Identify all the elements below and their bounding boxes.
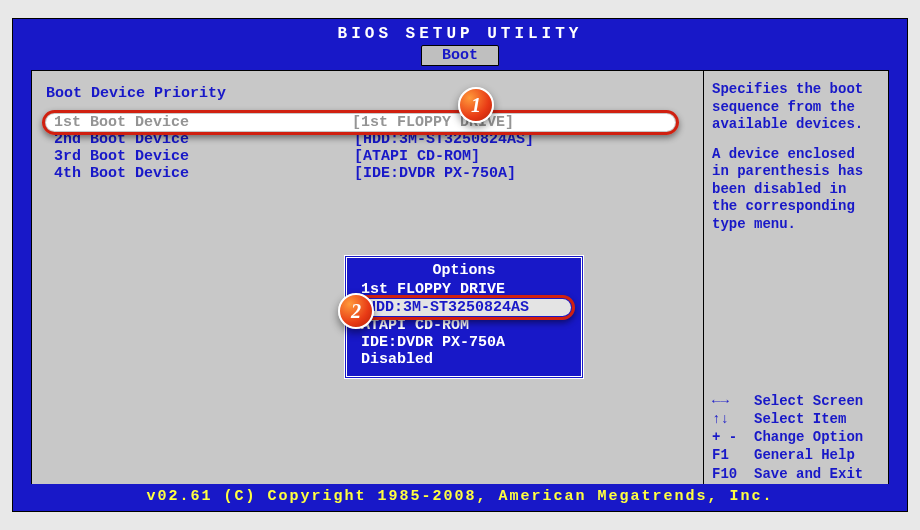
help-paragraph: A device enclosed in parenthesis has bee… (712, 146, 880, 234)
key-desc: Select Screen (754, 392, 863, 410)
option-item-label: HDD:3M-ST3250824AS (357, 299, 571, 316)
tab-boot[interactable]: Boot (421, 45, 499, 66)
boot-row-value: [HDD:3M-ST3250824AS] (354, 131, 534, 148)
help-paragraph: Specifies the boot sequence from the ava… (712, 81, 880, 134)
boot-row-3[interactable]: 3rd Boot Device [ATAPI CD-ROM] (46, 148, 703, 165)
left-panel: Boot Device Priority 1st Boot Device [1s… (32, 71, 703, 511)
key: ↑↓ (712, 410, 754, 428)
bios-frame: BIOS SETUP UTILITY Boot Boot Device Prio… (12, 18, 908, 512)
option-item-selected[interactable]: HDD:3M-ST3250824AS (357, 299, 571, 316)
options-title: Options (347, 262, 581, 279)
boot-row-1[interactable]: 1st Boot Device [1st FLOPPY DRIVE] (46, 114, 675, 131)
key: F1 (712, 446, 754, 464)
boot-row-value: [IDE:DVDR PX-750A] (354, 165, 516, 182)
boot-row-4[interactable]: 4th Boot Device [IDE:DVDR PX-750A] (46, 165, 703, 182)
key: + - (712, 428, 754, 446)
section-title: Boot Device Priority (46, 85, 703, 102)
option-item[interactable]: Disabled (347, 351, 581, 368)
key-desc: Save and Exit (754, 465, 863, 483)
footer-text: v02.61 (C) Copyright 1985-2008, American… (13, 484, 907, 511)
key-desc: Change Option (754, 428, 863, 446)
boot-row-label: 4th Boot Device (54, 165, 354, 182)
boot-row-label: 3rd Boot Device (54, 148, 354, 165)
option-item[interactable]: IDE:DVDR PX-750A (347, 334, 581, 351)
options-popup: Options 1st FLOPPY DRIVE HDD:3M-ST325082… (344, 255, 584, 379)
boot-row-label: 2nd Boot Device (54, 131, 354, 148)
callout-badge-2: 2 (338, 293, 374, 329)
help-text: Specifies the boot sequence from the ava… (712, 81, 880, 245)
app-title: BIOS SETUP UTILITY (13, 19, 907, 43)
boot-row-value: [ATAPI CD-ROM] (354, 148, 480, 165)
key: F10 (712, 465, 754, 483)
key-desc: Select Item (754, 410, 846, 428)
option-item[interactable]: 1st FLOPPY DRIVE (347, 281, 581, 298)
main-area: Boot Device Priority 1st Boot Device [1s… (31, 70, 889, 512)
callout-badge-1: 1 (458, 87, 494, 123)
boot-row-label: 1st Boot Device (54, 114, 352, 131)
key: ←→ (712, 392, 754, 410)
option-item[interactable]: ATAPI CD-ROM (347, 317, 581, 334)
key-desc: General Help (754, 446, 855, 464)
boot-row-2[interactable]: 2nd Boot Device [HDD:3M-ST3250824AS] (46, 131, 703, 148)
help-panel: Specifies the boot sequence from the ava… (703, 71, 888, 511)
tab-strip: Boot (13, 45, 907, 66)
